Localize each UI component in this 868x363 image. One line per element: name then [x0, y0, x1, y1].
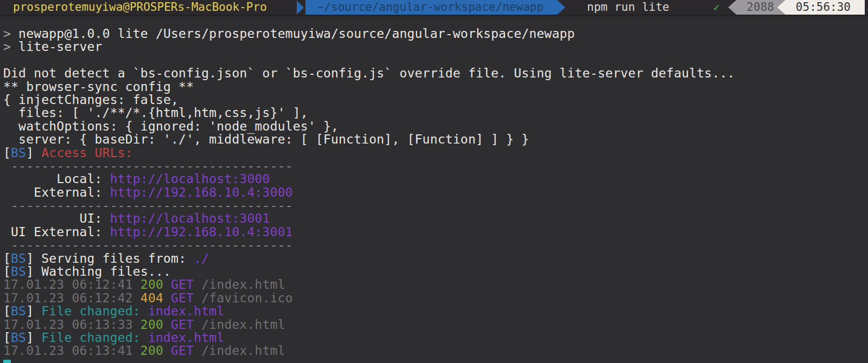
- url-ui-external[interactable]: http://192.168.10.4:3001: [110, 225, 293, 239]
- terminal-text: 404: [141, 291, 163, 305]
- terminal-text: 17.01.23 06:12:41: [3, 277, 141, 291]
- terminal-text: ]: [26, 304, 41, 318]
- url-external[interactable]: http://192.168.10.4:3000: [110, 185, 293, 199]
- terminal-text: /index.html: [194, 343, 285, 358]
- terminal-text: { injectChanges: false,: [3, 93, 178, 107]
- terminal-text: Did not detect a `bs-config.json` or `bs…: [3, 66, 735, 80]
- terminal-text: UI External:: [3, 225, 110, 239]
- terminal-text: [: [3, 330, 11, 345]
- terminal-text: [: [3, 264, 11, 278]
- terminal-text: >: [3, 27, 18, 41]
- terminal-text: watchOptions: { ignored: 'node_modules' …: [3, 119, 339, 133]
- terminal-line: 17.01.23 06:13:41 200 GET /index.html: [3, 344, 868, 357]
- cwd-path-segment: ~/source/angular-workspace/newapp: [305, 0, 565, 15]
- terminal-text: /index.html: [194, 277, 285, 291]
- terminal-text: [163, 277, 171, 291]
- terminal-cursor: [3, 360, 11, 363]
- terminal-text: GET: [171, 317, 194, 332]
- terminal-text: [163, 291, 171, 305]
- terminal-text: 17.01.23 06:13:33: [3, 317, 141, 332]
- terminal-line: [BS] Watching files...: [3, 265, 868, 278]
- terminal-line: [BS] Access URLs:: [3, 146, 868, 159]
- terminal-text: index.html: [148, 330, 224, 345]
- url-ui[interactable]: http://localhost:3001: [110, 211, 270, 225]
- prompt-bar: prosperotemuyiwa@PROSPERs-MacBook-Pro ~/…: [0, 0, 868, 15]
- terminal-text: GET: [171, 291, 194, 305]
- terminal-text: 200: [141, 317, 163, 332]
- terminal-line: External: http://192.168.10.4:3000: [3, 186, 868, 199]
- terminal-line: [3, 358, 868, 363]
- topbar-spacer: [669, 0, 713, 15]
- terminal-line: -------------------------------------: [3, 238, 868, 251]
- terminal-text: ]: [26, 146, 41, 160]
- terminal-text: index.html: [148, 304, 224, 318]
- terminal-text: [163, 317, 171, 332]
- terminal-line: [BS] File changed: index.html: [3, 331, 868, 344]
- url-local[interactable]: http://localhost:3000: [110, 172, 270, 186]
- terminal-text: GET: [171, 277, 194, 291]
- terminal-text: BS: [11, 330, 26, 345]
- terminal-text: Serving files from:: [41, 251, 194, 265]
- terminal-text: newapp@1.0.0 lite /Users/prosperotemuyiw…: [18, 27, 575, 41]
- terminal-text: [163, 343, 171, 358]
- terminal-line: 17.01.23 06:12:41 200 GET /index.html: [3, 278, 868, 291]
- terminal-text: /favicon.ico: [194, 291, 293, 305]
- terminal-text: 17.01.23 06:12:42: [3, 291, 141, 305]
- terminal-text: BS: [11, 251, 26, 265]
- terminal-text: 200: [141, 343, 163, 358]
- terminal-line: UI External: http://192.168.10.4:3001: [3, 225, 868, 238]
- terminal-text: BS: [11, 146, 26, 160]
- terminal-line: server: { baseDir: './', middleware: [ […: [3, 133, 868, 146]
- terminal-line: Did not detect a `bs-config.json` or `bs…: [3, 67, 868, 80]
- terminal-line: [3, 54, 868, 67]
- terminal-line: watchOptions: { ignored: 'node_modules' …: [3, 120, 868, 133]
- terminal-line: > newapp@1.0.0 lite /Users/prosperotemuy…: [3, 27, 868, 40]
- terminal-text: /index.html: [194, 317, 285, 332]
- terminal-text: server: { baseDir: './', middleware: [ […: [3, 132, 529, 146]
- terminal-line: { injectChanges: false,: [3, 93, 868, 106]
- terminal-line: Local: http://localhost:3000: [3, 172, 868, 185]
- terminal-output: > newapp@1.0.0 lite /Users/prosperotemuy…: [3, 27, 868, 363]
- terminal-text: 17.01.23 06:13:41: [3, 343, 141, 358]
- powerline-arrow-icon: [297, 1, 304, 15]
- terminal-line: ** browser-sync config **: [3, 80, 868, 93]
- terminal-line: UI: http://localhost:3001: [3, 212, 868, 225]
- cwd-path-label: ~/source/angular-workspace/newapp: [317, 1, 544, 14]
- terminal-line: > lite-server: [3, 40, 868, 53]
- terminal-text: -------------------------------------: [3, 238, 293, 252]
- success-check-icon: ✓: [713, 0, 719, 15]
- terminal-text: -------------------------------------: [3, 198, 293, 212]
- terminal-line: 17.01.23 06:12:42 404 GET /favicon.ico: [3, 291, 868, 304]
- terminal-text: External:: [3, 185, 110, 199]
- terminal-text: [: [3, 304, 11, 318]
- terminal-text: ]: [26, 251, 41, 265]
- terminal-text: BS: [11, 264, 26, 278]
- user-host-label: prosperotemuyiwa@PROSPERs-MacBook-Pro: [13, 0, 267, 15]
- terminal-text: File changed:: [41, 304, 148, 318]
- terminal-text: lite-server: [18, 40, 103, 54]
- terminal-text: [: [3, 146, 11, 160]
- terminal-line: 17.01.23 06:13:33 200 GET /index.html: [3, 318, 868, 331]
- terminal-text: Local:: [3, 172, 110, 186]
- terminal-text: UI:: [3, 211, 110, 225]
- terminal-text: files: [ './**/*.{html,htm,css,js}' ],: [3, 106, 308, 120]
- terminal-line: -------------------------------------: [3, 199, 868, 212]
- terminal-line: [BS] File changed: index.html: [3, 304, 868, 317]
- terminal-line: files: [ './**/*.{html,htm,css,js}' ],: [3, 106, 868, 119]
- terminal-text: ** browser-sync config **: [3, 80, 194, 94]
- terminal-text: ]: [26, 264, 41, 278]
- terminal-line: -------------------------------------: [3, 159, 868, 172]
- terminal-text: Watching files...: [41, 264, 171, 278]
- terminal-text: BS: [11, 304, 26, 318]
- terminal-text: GET: [171, 343, 194, 358]
- terminal-text: [: [3, 251, 11, 265]
- clock-badge: 05:56:30: [777, 0, 865, 15]
- terminal-line: [BS] Serving files from: ./: [3, 252, 868, 265]
- terminal-window: prosperotemuyiwa@PROSPERs-MacBook-Pro ~/…: [0, 0, 868, 363]
- terminal-text: Access URLs:: [41, 146, 133, 160]
- terminal-text: File changed:: [41, 330, 148, 345]
- terminal-text: -------------------------------------: [3, 159, 293, 173]
- terminal-text: >: [3, 40, 18, 54]
- command-label: npm run lite: [587, 0, 669, 15]
- terminal-text: 200: [141, 277, 163, 291]
